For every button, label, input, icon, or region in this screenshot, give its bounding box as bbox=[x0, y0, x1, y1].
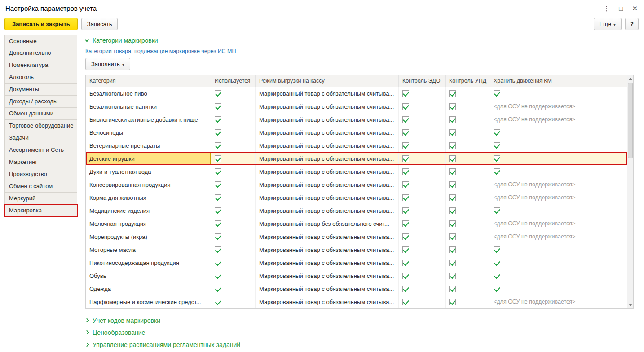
cash-register-mode-cell[interactable]: Маркированный товар с обязательным считы… bbox=[256, 100, 399, 113]
checkbox-checked[interactable] bbox=[402, 220, 409, 227]
checkbox-checked[interactable] bbox=[449, 90, 456, 97]
sidebar-item[interactable]: Маркетинг bbox=[4, 156, 77, 168]
cash-register-mode-cell[interactable]: Маркированный товар с обязательным считы… bbox=[256, 126, 399, 139]
km-movements-cell[interactable] bbox=[490, 256, 627, 269]
sidebar-item[interactable]: Документы bbox=[4, 84, 77, 96]
upd-control-cell[interactable] bbox=[446, 165, 490, 178]
checkbox-checked[interactable] bbox=[449, 246, 456, 253]
checkbox-checked[interactable] bbox=[402, 260, 409, 266]
category-cell[interactable]: Консервированная продукция bbox=[86, 178, 211, 191]
sidebar-item[interactable]: Меркурий bbox=[4, 193, 77, 205]
marking-categories-description-link[interactable]: Категории товара, подлежащие маркировке … bbox=[85, 48, 236, 54]
table-row[interactable]: Никотиносодержащая продукцияМаркированны… bbox=[86, 256, 627, 269]
section-header-pricing[interactable]: Ценообразование bbox=[85, 326, 640, 339]
checkbox-checked[interactable] bbox=[449, 286, 456, 292]
used-cell[interactable] bbox=[211, 243, 256, 256]
scrollbar-thumb[interactable] bbox=[628, 83, 633, 158]
checkbox-checked[interactable] bbox=[215, 142, 221, 149]
column-header[interactable]: Режим выгрузки на кассу bbox=[256, 75, 399, 87]
checkbox-checked[interactable] bbox=[402, 116, 409, 123]
checkbox-checked[interactable] bbox=[402, 181, 409, 188]
column-header[interactable]: Хранить движения КМ bbox=[490, 75, 627, 87]
checkbox-checked[interactable] bbox=[402, 299, 409, 305]
km-movements-cell[interactable] bbox=[490, 126, 627, 139]
km-movements-cell[interactable]: <для ОСУ не поддерживается> bbox=[490, 113, 627, 126]
sidebar-item[interactable]: Алкоголь bbox=[4, 71, 77, 84]
category-cell[interactable]: Корма для животных bbox=[86, 191, 211, 204]
upd-control-cell[interactable] bbox=[446, 191, 490, 204]
edo-control-cell[interactable] bbox=[399, 165, 446, 178]
checkbox-checked[interactable] bbox=[215, 194, 221, 201]
km-movements-cell[interactable]: <для ОСУ не поддерживается> bbox=[490, 191, 627, 204]
edo-control-cell[interactable] bbox=[399, 204, 446, 217]
checkbox-checked[interactable] bbox=[494, 168, 500, 175]
sidebar-item[interactable]: Ассортимент и Сеть bbox=[4, 144, 77, 156]
table-row[interactable]: Консервированная продукцияМаркированный … bbox=[86, 178, 627, 191]
upd-control-cell[interactable] bbox=[446, 230, 490, 243]
table-row[interactable]: ОбувьМаркированный товар с обязательным … bbox=[86, 269, 627, 282]
cash-register-mode-cell[interactable]: Маркированный товар с обязательным считы… bbox=[256, 87, 399, 100]
edo-control-cell[interactable] bbox=[399, 282, 446, 295]
category-cell[interactable]: Биологически активные добавки к пище bbox=[86, 113, 211, 126]
upd-control-cell[interactable] bbox=[446, 152, 490, 165]
checkbox-checked[interactable] bbox=[215, 116, 221, 123]
upd-control-cell[interactable] bbox=[446, 204, 490, 217]
checkbox-checked[interactable] bbox=[494, 246, 500, 253]
category-cell[interactable]: Одежда bbox=[86, 282, 211, 295]
checkbox-checked[interactable] bbox=[449, 116, 456, 123]
checkbox-checked[interactable] bbox=[449, 103, 456, 110]
upd-control-cell[interactable] bbox=[446, 126, 490, 139]
column-header[interactable]: Контроль ЭДО bbox=[399, 75, 446, 87]
table-row[interactable]: ОдеждаМаркированный товар с обязательным… bbox=[86, 282, 627, 295]
sidebar-item[interactable]: Номенклатура bbox=[4, 59, 77, 71]
used-cell[interactable] bbox=[211, 204, 256, 217]
table-row[interactable]: Безалкогольные напиткиМаркированный това… bbox=[86, 100, 627, 113]
fill-button[interactable]: Заполнить▾ bbox=[85, 58, 130, 70]
used-cell[interactable] bbox=[211, 191, 256, 204]
edo-control-cell[interactable] bbox=[399, 126, 446, 139]
cash-register-mode-cell[interactable]: Маркированный товар с обязательным считы… bbox=[256, 152, 399, 165]
edo-control-cell[interactable] bbox=[399, 152, 446, 165]
upd-control-cell[interactable] bbox=[446, 269, 490, 282]
checkbox-checked[interactable] bbox=[215, 181, 221, 188]
cash-register-mode-cell[interactable]: Маркированный товар без обязательного сч… bbox=[256, 217, 399, 230]
checkbox-checked[interactable] bbox=[494, 129, 500, 136]
column-header[interactable]: Контроль УПД bbox=[446, 75, 490, 87]
upd-control-cell[interactable] bbox=[446, 243, 490, 256]
used-cell[interactable] bbox=[211, 217, 256, 230]
cash-register-mode-cell[interactable]: Маркированный товар с обязательным считы… bbox=[256, 139, 399, 152]
edo-control-cell[interactable] bbox=[399, 100, 446, 113]
category-cell[interactable]: Обувь bbox=[86, 269, 211, 282]
table-row[interactable]: Корма для животныхМаркированный товар с … bbox=[86, 191, 627, 204]
checkbox-checked[interactable] bbox=[215, 155, 221, 162]
sidebar-item[interactable]: Основные bbox=[4, 35, 77, 47]
help-button[interactable]: ? bbox=[625, 18, 639, 30]
table-row[interactable]: Ветеринарные препаратыМаркированный това… bbox=[86, 139, 627, 152]
checkbox-checked[interactable] bbox=[449, 155, 456, 162]
checkbox-checked[interactable] bbox=[215, 220, 221, 227]
table-row[interactable]: Парфюмерные и косметические средст...Мар… bbox=[86, 295, 627, 308]
checkbox-checked[interactable] bbox=[494, 90, 500, 97]
checkbox-checked[interactable] bbox=[402, 286, 409, 292]
checkbox-checked[interactable] bbox=[494, 260, 500, 266]
checkbox-checked[interactable] bbox=[215, 168, 221, 175]
upd-control-cell[interactable] bbox=[446, 139, 490, 152]
used-cell[interactable] bbox=[211, 256, 256, 269]
km-movements-cell[interactable] bbox=[490, 204, 627, 217]
used-cell[interactable] bbox=[211, 87, 256, 100]
checkbox-checked[interactable] bbox=[215, 286, 221, 292]
cash-register-mode-cell[interactable]: Маркированный товар с обязательным считы… bbox=[256, 191, 399, 204]
edo-control-cell[interactable] bbox=[399, 191, 446, 204]
upd-control-cell[interactable] bbox=[446, 295, 490, 308]
km-movements-cell[interactable] bbox=[490, 282, 627, 295]
upd-control-cell[interactable] bbox=[446, 256, 490, 269]
column-header[interactable]: Категория bbox=[86, 75, 211, 87]
checkbox-checked[interactable] bbox=[494, 207, 500, 214]
column-header[interactable]: Используется bbox=[211, 75, 256, 87]
checkbox-checked[interactable] bbox=[402, 194, 409, 201]
checkbox-checked[interactable] bbox=[494, 142, 500, 149]
checkbox-checked[interactable] bbox=[449, 273, 456, 279]
used-cell[interactable] bbox=[211, 295, 256, 308]
km-movements-cell[interactable] bbox=[490, 87, 627, 100]
upd-control-cell[interactable] bbox=[446, 217, 490, 230]
